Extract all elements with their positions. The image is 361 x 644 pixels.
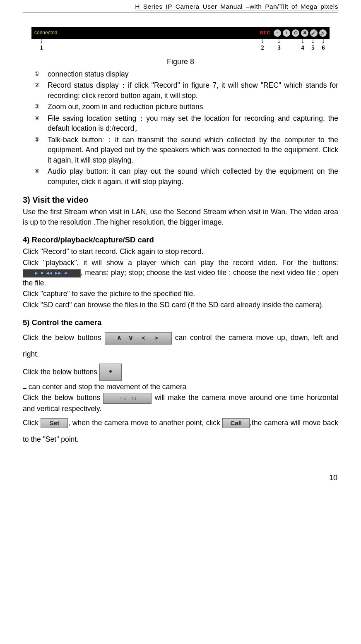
talkback-icon[interactable]: 🎤 (310, 29, 318, 37)
section5-title: 5) Control the camera (23, 317, 338, 328)
figure-8: connected REC − + ⊙ ✖ 🎤 🔊 ↓1 ↓2 ↓3 ↓4 ↓5… (23, 27, 338, 67)
section4-p1: Click "Record" to start record. Click ag… (23, 247, 338, 257)
arrow-1: ↓1 (35, 38, 48, 52)
figure-arrow-row: ↓1 ↓2 ↓3 ↓4 ↓5 ↓6 (29, 39, 332, 56)
section5-p3: Click the below buttons ↔↓↑↕ will make t… (23, 393, 338, 414)
figure-caption: Figure 8 (23, 57, 338, 67)
page-number: 10 (23, 473, 338, 483)
page-header: H Series IP Camera User Manual –with Pan… (23, 2, 338, 12)
section4-p4: Click "SD card" can browse the files in … (23, 300, 338, 310)
arrow-6: ↓6 (317, 38, 330, 52)
arrow-2: ↓2 (256, 38, 269, 52)
section5-p2: Click the below buttons (23, 364, 338, 381)
zoom-reset-icon[interactable]: ⊙ (292, 29, 299, 37)
zoom-out-icon[interactable]: − (274, 29, 281, 37)
connection-status-label: connected (34, 29, 57, 36)
section4-p3: Click "capture" to save the picture to t… (23, 289, 338, 299)
section4-p2: Click "playback", it will show a player … (23, 258, 338, 288)
section3-title: 3) Visit the video (23, 194, 338, 206)
list-item: ④File saving location setting：you may se… (48, 113, 338, 134)
gear-icon[interactable]: ✖ (301, 29, 308, 37)
list-item: ①connection status display (48, 69, 338, 79)
rec-indicator: REC (260, 30, 270, 36)
figure-legend-list: ①connection status display ②Record statu… (23, 69, 338, 187)
playback-buttons-icon: ▶■◀◀▶▶⏏ (23, 269, 81, 278)
ptz-autoscan-buttons-icon: ↔↓↑↕ (103, 393, 152, 404)
ptz-direction-buttons-icon: ∧∨＜＞ (105, 332, 172, 345)
section3-body: Use the first Stream when visit in LAN, … (23, 207, 338, 227)
audio-icon[interactable]: 🔊 (319, 29, 327, 37)
status-toolbar: connected REC − + ⊙ ✖ 🎤 🔊 (31, 27, 330, 39)
list-item: ⑤Talk-back button:：it can transmit the s… (48, 135, 338, 165)
set-button-icon: Set (41, 418, 68, 428)
ptz-center-button-icon (99, 364, 122, 381)
zoom-in-icon[interactable]: + (283, 29, 290, 37)
section5-p1: Click the below buttons ∧∨＜＞ can control… (23, 329, 338, 363)
list-item: ②Record status display：if click "Record"… (48, 80, 338, 101)
call-button-icon: Call (222, 418, 250, 428)
list-item: ⑥Audio play button: it can play out the … (48, 166, 338, 187)
section4-title: 4) Record/playback/capture/SD card (23, 235, 338, 245)
list-item: ③Zoom out, zoom in and reduction picture… (48, 102, 338, 112)
section5-p4: Click Set, when the camera move to anoth… (23, 414, 338, 448)
arrow-3: ↓3 (273, 38, 285, 52)
